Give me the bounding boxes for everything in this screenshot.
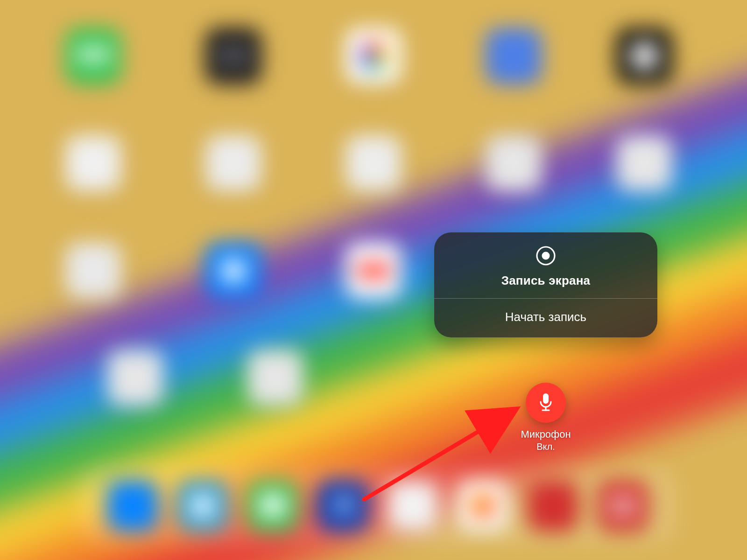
app-icon	[486, 135, 542, 191]
start-recording-button[interactable]: Начать запись	[434, 299, 657, 337]
app-icon	[345, 243, 402, 299]
dock-app-icon	[388, 481, 438, 531]
app-icon	[65, 243, 121, 299]
dock-app-icon	[598, 481, 648, 531]
app-icon	[107, 350, 163, 406]
record-icon	[536, 245, 556, 266]
app-icon	[486, 28, 542, 84]
popup-title: Запись экрана	[501, 273, 591, 288]
svg-point-1	[542, 252, 550, 260]
app-icon	[205, 28, 261, 84]
microphone-icon	[536, 392, 555, 414]
dock-app-icon	[177, 481, 228, 531]
app-icon	[65, 28, 121, 84]
app-icon	[205, 243, 261, 299]
dock-app-icon	[247, 481, 298, 531]
app-icon	[345, 28, 402, 84]
app-icon	[247, 350, 303, 406]
app-icon	[65, 135, 121, 191]
screen-recording-popup: Запись экрана Начать запись	[434, 232, 657, 337]
dock-app-icon	[317, 481, 368, 531]
microphone-label: Микрофон	[516, 428, 576, 441]
app-icon	[616, 28, 672, 84]
svg-rect-2	[543, 393, 549, 404]
app-icon	[616, 135, 672, 191]
microphone-state: Вкл.	[516, 441, 576, 452]
microphone-control: Микрофон Вкл.	[516, 383, 576, 452]
dock-tray	[79, 467, 677, 545]
microphone-toggle-button[interactable]	[526, 383, 566, 423]
dock-app-icon	[107, 481, 158, 531]
dock-app-icon	[458, 481, 508, 531]
app-icon	[205, 135, 261, 191]
dock-app-icon	[528, 481, 578, 531]
screen-root: Запись экрана Начать запись Микрофон Вкл…	[0, 0, 747, 560]
app-icon	[345, 135, 402, 191]
popup-header: Запись экрана	[434, 232, 657, 298]
